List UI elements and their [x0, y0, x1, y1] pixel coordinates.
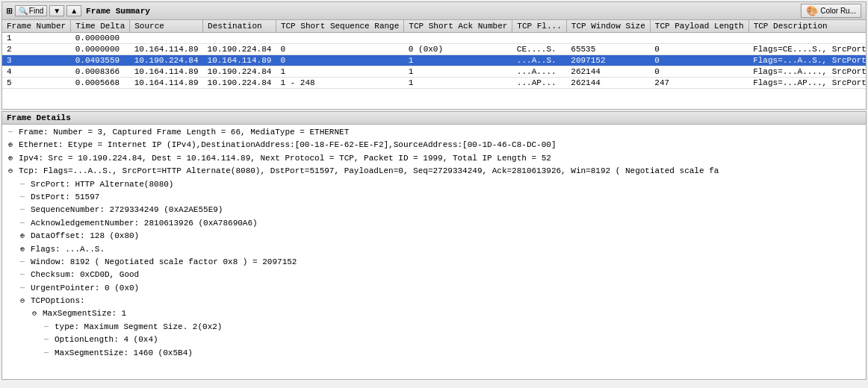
table-cell: 0: [276, 44, 403, 55]
table-cell: 0 (0x0): [404, 44, 512, 55]
frame-details-content[interactable]: ─Frame: Number = 3, Captured Frame Lengt…: [2, 125, 866, 372]
sort-down-icon: ▼: [53, 7, 61, 15]
col-frame-number[interactable]: Frame Number: [2, 20, 71, 33]
table-row[interactable]: 40.000836610.164.114.8910.190.224.8411..…: [2, 66, 866, 78]
table-cell: 0: [650, 44, 748, 55]
tree-line-text: DataOffset: 128 (0x80): [31, 231, 139, 240]
tree-line[interactable]: ─OptionLength: 4 (0x4): [2, 334, 866, 346]
tree-line[interactable]: ⊕Flags: ...A..S.: [2, 243, 866, 256]
table-cell: [566, 33, 650, 44]
expand-icon: ─: [44, 335, 55, 345]
tree-line[interactable]: ─Checksum: 0xCD0D, Good: [2, 269, 866, 281]
tree-line-text: SequenceNumber: 2729334249 (0xA2AE55E9): [31, 205, 223, 214]
tree-line-text: Ipv4: Src = 10.190.224.84, Dest = 10.164…: [19, 154, 551, 163]
table-cell: [650, 33, 748, 44]
table-cell: 65535: [566, 44, 650, 55]
tree-line[interactable]: ─SrcPort: HTTP Alternate(8080): [2, 178, 866, 191]
expand-icon: ─: [44, 348, 55, 359]
tree-line[interactable]: ─DstPort: 51597: [2, 191, 866, 204]
tree-line-text: DstPort: 51597: [31, 193, 99, 201]
col-time-delta[interactable]: Time Delta: [71, 20, 130, 33]
table-row[interactable]: 10.0000000: [2, 33, 866, 44]
tree-line[interactable]: ─MaxSegmentSize: 1460 (0x5B4): [2, 347, 866, 360]
tree-line[interactable]: ⊕DataOffset: 128 (0x80): [2, 230, 866, 242]
table-cell: 10.190.224.84: [203, 66, 276, 78]
tree-line-text: Window: 8192 ( Negotiated scale factor 0…: [31, 257, 297, 266]
frame-summary-header: ⊞ 🔍 Find ▼ ▲ Frame Summary 🎨 Color Ru...: [2, 2, 866, 20]
tree-line[interactable]: ⊖MaxSegmentSize: 1: [2, 307, 866, 320]
tree-line[interactable]: ─SequenceNumber: 2729334249 (0xA2AE55E9): [2, 204, 866, 216]
col-tcp-payload[interactable]: TCP Payload Length: [650, 20, 748, 33]
table-cell: ...AP...: [512, 78, 566, 89]
tree-line[interactable]: ─type: Maximum Segment Size. 2(0x2): [2, 321, 866, 334]
tree-line[interactable]: ⊖TCPOptions:: [2, 295, 866, 307]
col-tcp-short-seq[interactable]: TCP Short Sequence Range: [276, 20, 403, 33]
table-cell: CE....S.: [512, 44, 566, 55]
table-cell: 262144: [566, 66, 650, 78]
table-cell: [130, 33, 203, 44]
frame-details-panel: Frame Details ─Frame: Number = 3, Captur…: [1, 111, 867, 380]
table-cell: 0: [650, 55, 748, 66]
col-tcp-window[interactable]: TCP Window Size: [566, 20, 650, 33]
table-cell: 0.0008366: [71, 66, 130, 78]
table-cell: ...A....: [512, 66, 566, 78]
expand-icon[interactable]: ⊖: [8, 166, 19, 177]
table-cell: [512, 33, 566, 44]
expand-icon[interactable]: ⊕: [20, 231, 31, 242]
table-cell: 4: [2, 66, 71, 78]
table-row[interactable]: 30.049355910.190.224.8410.164.114.8901..…: [2, 55, 866, 66]
table-cell: 5: [2, 78, 71, 89]
find-button[interactable]: 🔍 Find: [15, 5, 47, 16]
sort-down-button[interactable]: ▼: [49, 5, 64, 16]
frame-summary-table-container[interactable]: Frame Number Time Delta Source Destinati…: [2, 20, 866, 107]
frame-summary-panel: ⊞ 🔍 Find ▼ ▲ Frame Summary 🎨 Color Ru...: [1, 1, 867, 110]
table-cell: [748, 33, 866, 44]
expand-icon: ─: [20, 205, 31, 216]
color-rules-button[interactable]: 🎨 Color Ru...: [801, 4, 861, 18]
tree-line[interactable]: ⊖Tcp: Flags=...A..S., SrcPort=HTTP Alter…: [2, 165, 866, 178]
table-row[interactable]: 20.000000010.164.114.8910.190.224.8400 (…: [2, 44, 866, 55]
sort-up-button[interactable]: ▲: [66, 5, 81, 16]
col-tcp-desc[interactable]: TCP Description: [748, 20, 866, 33]
table-cell: 0.0000000: [71, 33, 130, 44]
expand-icon: ─: [20, 257, 31, 268]
col-tcp-fl[interactable]: TCP Fl...: [512, 20, 566, 33]
col-tcp-short-ack[interactable]: TCP Short Ack Number: [404, 20, 512, 33]
table-cell: 10.164.114.89: [130, 66, 203, 78]
tree-container: ─Frame: Number = 3, Captured Frame Lengt…: [2, 126, 866, 360]
table-cell: 1 - 248: [276, 78, 403, 89]
tree-line-text: UrgentPointer: 0 (0x0): [31, 284, 139, 292]
tree-line-text: OptionLength: 4 (0x4): [55, 335, 158, 344]
expand-icon[interactable]: ⊖: [32, 309, 43, 319]
table-cell: 10.190.224.84: [203, 78, 276, 89]
table-cell: 0: [650, 66, 748, 78]
tree-line[interactable]: ─Window: 8192 ( Negotiated scale factor …: [2, 256, 866, 269]
col-source[interactable]: Source: [130, 20, 203, 33]
expand-icon: ─: [20, 219, 31, 229]
tree-line-text: Tcp: Flags=...A..S., SrcPort=HTTP Altern…: [19, 166, 719, 175]
grid-icon: ⊞: [7, 5, 13, 17]
table-cell: 3: [2, 55, 71, 66]
table-cell: 1: [404, 55, 512, 66]
table-cell: [276, 33, 403, 44]
table-row[interactable]: 50.000566810.164.114.8910.190.224.841 - …: [2, 78, 866, 89]
tree-line-text: Ethernet: Etype = Internet IP (IPv4),Des…: [19, 140, 557, 149]
expand-icon[interactable]: ⊕: [20, 245, 31, 255]
expand-icon[interactable]: ⊖: [20, 296, 31, 307]
expand-icon[interactable]: ⊕: [8, 154, 19, 164]
tree-line-text: MaxSegmentSize: 1460 (0x5B4): [55, 348, 193, 357]
tree-line[interactable]: ─AcknowledgementNumber: 2810613926 (0xA7…: [2, 217, 866, 230]
expand-icon: ─: [20, 270, 31, 281]
tree-line[interactable]: ⊕Ethernet: Etype = Internet IP (IPv4),De…: [2, 139, 866, 151]
table-cell: 1: [2, 33, 71, 44]
table-cell: 10.164.114.89: [130, 44, 203, 55]
expand-icon[interactable]: ⊕: [8, 140, 19, 151]
tree-line-text: MaxSegmentSize: 1: [43, 309, 126, 318]
tree-line[interactable]: ⊕Ipv4: Src = 10.190.224.84, Dest = 10.16…: [2, 152, 866, 165]
find-icon: 🔍: [19, 7, 28, 15]
table-cell: 2: [2, 44, 71, 55]
frame-summary-toolbar: ⊞ 🔍 Find ▼ ▲: [7, 5, 81, 17]
tree-line[interactable]: ─UrgentPointer: 0 (0x0): [2, 282, 866, 295]
col-destination[interactable]: Destination: [203, 20, 276, 33]
tree-line[interactable]: ─Frame: Number = 3, Captured Frame Lengt…: [2, 126, 866, 139]
